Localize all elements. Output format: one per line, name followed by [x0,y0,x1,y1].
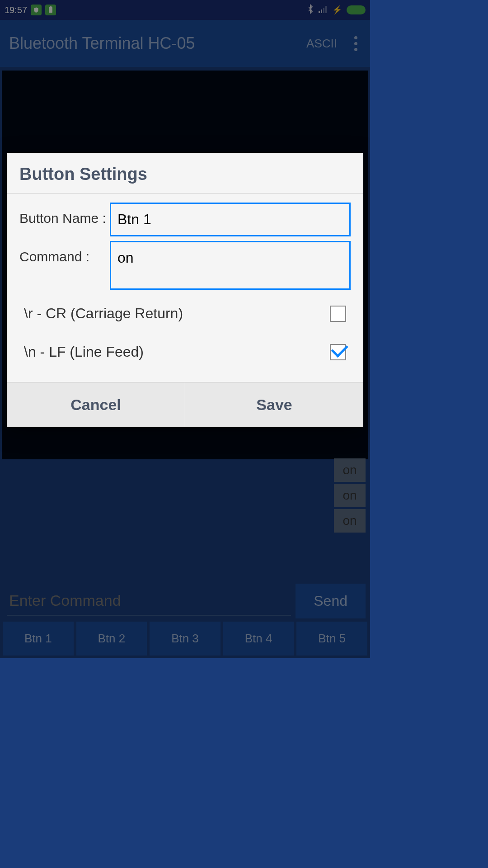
cancel-button[interactable]: Cancel [7,382,185,427]
cr-label: \r - CR (Carriage Return) [24,305,183,322]
cr-option-row[interactable]: \r - CR (Carriage Return) [19,294,351,333]
lf-checkbox[interactable] [330,344,346,360]
save-button[interactable]: Save [185,382,363,427]
command-textarea[interactable]: on [110,241,351,290]
button-name-input[interactable] [110,203,351,236]
lf-label: \n - LF (Line Feed) [24,344,144,360]
button-settings-dialog: Button Settings Button Name : Command : … [7,153,363,427]
lf-option-row[interactable]: \n - LF (Line Feed) [19,333,351,371]
button-name-label: Button Name : [19,203,110,226]
dialog-title: Button Settings [7,153,363,193]
cr-checkbox[interactable] [330,306,346,322]
command-label: Command : [19,241,110,264]
